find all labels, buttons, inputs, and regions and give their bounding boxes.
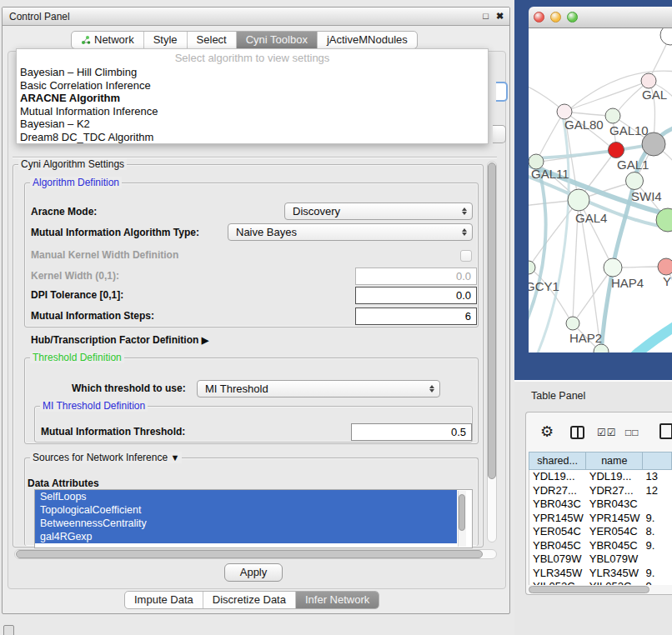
network-node-y[interactable] — [658, 258, 672, 275]
tab-impute-data[interactable]: Impute Data — [125, 592, 203, 608]
aracne-mode-select[interactable]: Discovery — [284, 202, 473, 220]
node-label: GCY1 — [529, 279, 559, 293]
tab-style[interactable]: Style — [144, 32, 188, 48]
table-cell: 13 — [643, 470, 672, 484]
close-traffic-light-icon[interactable] — [534, 12, 544, 22]
tab-select[interactable]: Select — [188, 32, 237, 48]
algorithm-option[interactable]: Bayesian – Hill Climbing — [17, 66, 488, 79]
dropdown-placeholder: Select algorithm to view settings — [17, 52, 488, 64]
control-panel-window: Control Panel □ ✖ Network Style Select C… — [2, 7, 510, 614]
table-row[interactable]: YLR345WYLR345W9. — [529, 567, 672, 581]
table-row[interactable]: YIL052CYIL052C9. — [529, 580, 672, 585]
table-cell: 8. — [643, 525, 672, 539]
table-cell — [643, 552, 672, 567]
deselect-all-icon[interactable]: □□ — [625, 427, 639, 438]
tab-label: Select — [197, 32, 227, 48]
attribute-item[interactable]: gal4RGexp — [35, 530, 457, 543]
table-row[interactable]: YPR145WYPR145W9. — [529, 512, 672, 526]
table-row[interactable]: YBR043CYBR043C — [529, 498, 672, 512]
dpi-tolerance-field[interactable]: 0.0 — [355, 287, 477, 304]
table-cell: 12 — [643, 484, 672, 498]
node-label: GAL11 — [531, 167, 569, 181]
attributes-scrollbar-thumb[interactable] — [459, 494, 465, 531]
table-cell: YBR043C — [529, 498, 586, 512]
select-all-icon[interactable]: ☑☑ — [597, 427, 617, 438]
network-node-gal[interactable] — [641, 73, 656, 88]
column-header-name[interactable]: name — [585, 452, 642, 470]
table-cell: YDL19... — [586, 470, 643, 484]
mutual-information-threshold-field[interactable]: 0.5 — [351, 423, 472, 441]
docked-panel-icon[interactable] — [3, 625, 14, 635]
mi-steps-field[interactable]: 6 — [355, 308, 477, 325]
network-node[interactable] — [642, 132, 665, 156]
column-header-shared-name[interactable]: shared... — [529, 452, 585, 470]
table-row[interactable]: YBL079WYBL079W — [529, 552, 672, 567]
tab-infer-network[interactable]: Infer Network — [296, 592, 379, 608]
settings-hscrollbar-thumb[interactable] — [16, 550, 483, 558]
hub-section-toggle[interactable]: Hub/Transcription Factor Definition ▶ — [31, 334, 208, 346]
algorithm-option[interactable]: Bayesian – K2 — [17, 118, 488, 131]
network-node-gal1[interactable] — [609, 142, 624, 158]
kernel-width-field[interactable]: 0.0 — [355, 268, 477, 285]
columns-icon[interactable] — [570, 426, 584, 439]
attribute-item[interactable]: BetweennessCentrality — [35, 517, 457, 530]
tab-label: Discretize Data — [213, 592, 286, 608]
table-cell: YBL079W — [586, 552, 643, 567]
attribute-item[interactable]: TopologicalCoefficient — [35, 503, 457, 517]
manual-kernel-label: Manual Kernel Width Definition — [31, 249, 178, 261]
data-attributes-list[interactable]: SelfLoopsTopologicalCoefficientBetweenne… — [34, 489, 473, 548]
algorithm-option[interactable]: Mutual Information Inference — [17, 105, 488, 118]
kernel-width-label: Kernel Width (0,1): — [31, 270, 119, 282]
sources-group-toggle[interactable]: Sources for Network Inference ▼ — [30, 452, 182, 463]
column-header-clipped[interactable] — [642, 452, 672, 470]
table-cell — [643, 498, 672, 512]
gear-icon[interactable]: ⚙ — [540, 422, 554, 441]
table-row[interactable]: YER054CYER054C8. — [529, 525, 672, 539]
attribute-item[interactable]: SelfLoops — [35, 490, 457, 503]
table-cell: YBR043C — [586, 498, 643, 512]
network-node-hap4[interactable] — [604, 258, 622, 277]
node-label: SWI4 — [631, 189, 662, 203]
sources-group-title: Sources for Network Inference — [33, 452, 168, 463]
tab-label: Cyni Toolbox — [246, 32, 308, 48]
network-node[interactable] — [594, 344, 609, 352]
tab-discretize-data[interactable]: Discretize Data — [203, 592, 296, 608]
network-node-hap2[interactable] — [566, 317, 579, 330]
tab-jactivemnodules[interactable]: jActiveMNodules — [318, 32, 417, 48]
table-row[interactable]: YBR045CYBR045C9. — [529, 539, 672, 553]
table-row[interactable]: YDR27...YDR27...12 — [529, 484, 672, 498]
network-node[interactable] — [660, 28, 672, 45]
network-node-gal10[interactable] — [605, 108, 620, 123]
settings-group-title: Cyni Algorithm Settings — [18, 158, 127, 170]
network-window-titlebar[interactable] — [529, 7, 672, 28]
table-cell: YBR045C — [529, 539, 586, 553]
manual-kernel-checkbox[interactable] — [460, 250, 472, 262]
algorithm-definition-title: Algorithm Definition — [30, 177, 122, 188]
table-row[interactable]: YDL19...YDL19...13 — [529, 470, 672, 484]
algorithm-option[interactable]: Dream8 DC_TDC Algorithm — [17, 131, 488, 144]
mi-algorithm-type-select[interactable]: Naive Bayes — [228, 223, 473, 241]
close-window-icon[interactable]: ✖ — [494, 10, 506, 22]
which-threshold-select[interactable]: MI Threshold — [197, 380, 440, 398]
network-node-gal4[interactable] — [568, 189, 589, 211]
algorithm-option[interactable]: Basic Correlation Inference — [17, 79, 488, 92]
tab-label: Impute Data — [134, 592, 193, 608]
tab-cyni-toolbox[interactable]: Cyni Toolbox — [237, 32, 318, 48]
table-panel: Table Panel ⚙ ☑☑ □□ shared... name YDL19… — [514, 380, 672, 635]
algorithm-option[interactable]: ARACNE Algorithm — [17, 92, 488, 105]
algorithm-dropdown-popup: Select algorithm to view settings Bayesi… — [16, 48, 489, 144]
minimize-traffic-light-icon[interactable] — [550, 12, 561, 22]
float-window-icon[interactable]: □ — [479, 10, 492, 22]
aracne-mode-value: Discovery — [285, 205, 457, 218]
table-cell: YBR045C — [586, 539, 643, 553]
apply-button[interactable]: Apply — [224, 563, 283, 582]
zoom-traffic-light-icon[interactable] — [567, 12, 578, 22]
control-panel-tabs: Network Style Select Cyni Toolbox jActiv… — [71, 31, 418, 49]
page-icon[interactable] — [659, 423, 672, 439]
network-node-swi4[interactable] — [626, 172, 644, 190]
network-canvas[interactable]: GALGAL80GAL10GAL1GAL11SWI4GAL4GCY1HAP4YH… — [529, 28, 672, 352]
tab-network[interactable]: Network — [72, 32, 144, 48]
table-hscrollbar-thumb[interactable] — [529, 586, 649, 593]
settings-vscrollbar-thumb[interactable] — [488, 162, 496, 479]
table-body: YDL19...YDL19...13YDR27...YDR27...12YBR0… — [529, 470, 672, 585]
